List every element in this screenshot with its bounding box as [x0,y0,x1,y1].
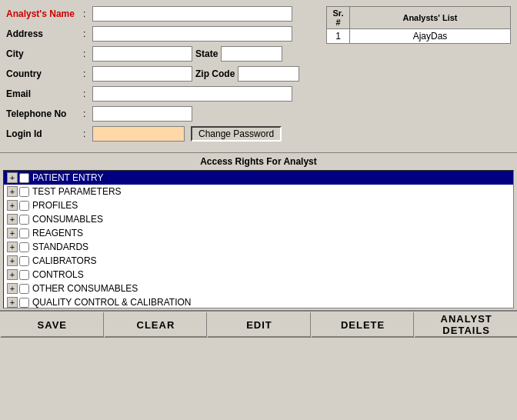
analyst-name-colon: : [83,8,92,19]
city-input[interactable] [92,46,192,62]
tree-item-label-quality-control: QUALITY CONTROL & CALIBRATION [32,297,191,308]
state-label: State [195,48,218,59]
expand-icon-controls[interactable]: + [7,269,18,280]
analyst-row[interactable]: 1AjayDas [327,29,511,44]
email-colon: : [83,88,92,99]
form-area: Analyst's Name : Address : City : State … [6,6,320,146]
city-colon: : [83,48,92,59]
telephone-label: Telephone No [6,108,83,119]
tree-item-consumables[interactable]: +CONSUMABLES [4,212,513,226]
analyst-name-input[interactable] [92,6,292,22]
top-section: Analyst's Name : Address : City : State … [0,0,517,152]
tree-item-label-controls: CONTROLS [32,269,84,280]
access-rights-bar: Access Rights For Analyst [0,152,517,170]
zip-code-label: Zip Code [195,68,235,79]
toolbar: SAVE CLEAR EDIT DELETE ANALYST DETAILS [0,310,517,338]
tree-item-controls[interactable]: +CONTROLS [4,268,513,282]
expand-icon-reagents[interactable]: + [7,228,18,238]
save-button[interactable]: SAVE [0,312,104,338]
expand-icon-quality-control[interactable]: + [7,297,18,308]
city-state-row: City : State [6,46,320,62]
col-name-header: Analysts' List [350,7,511,29]
tree-item-label-consumables: CONSUMABLES [32,214,103,225]
expand-icon-test-parameters[interactable]: + [7,186,18,197]
zip-code-input[interactable] [238,66,299,82]
tree-item-label-other-consumables: OTHER CONSUMABLES [32,283,138,294]
checkbox-reagents[interactable] [19,228,29,238]
analyst-name-label: Analyst's Name [6,8,83,19]
country-input[interactable] [92,66,192,82]
expand-icon-profiles[interactable]: + [7,200,18,211]
checkbox-other-consumables[interactable] [19,284,29,294]
tree-item-reagents[interactable]: +REAGENTS [4,226,513,240]
col-sr-header: Sr. # [327,7,350,29]
edit-button[interactable]: EDIT [207,312,311,338]
expand-icon-patient-entry[interactable]: + [7,172,18,183]
analysts-panel: Sr. # Analysts' List 1AjayDas [326,6,511,146]
country-zip-row: Country : Zip Code [6,66,320,82]
email-label: Email [6,88,83,99]
tree-item-label-standards: STANDARDS [32,242,88,252]
checkbox-quality-control[interactable] [19,298,29,308]
email-input[interactable] [92,86,292,102]
telephone-colon: : [83,108,92,119]
checkbox-patient-entry[interactable] [19,173,29,183]
tree-item-quality-control[interactable]: +QUALITY CONTROL & CALIBRATION [4,295,513,308]
clear-button[interactable]: CLEAR [104,312,208,338]
tree-item-label-reagents: REAGENTS [32,228,83,238]
tree-item-label-test-parameters: TEST PARAMETERS [32,186,122,197]
login-colon: : [83,128,92,139]
checkbox-consumables[interactable] [19,215,29,225]
address-row: Address : [6,26,320,42]
expand-icon-other-consumables[interactable]: + [7,283,18,294]
checkbox-profiles[interactable] [19,201,29,211]
analyst-sr: 1 [327,29,350,44]
expand-icon-calibrators[interactable]: + [7,255,18,266]
address-colon: : [83,28,92,39]
state-input[interactable] [221,46,282,62]
country-label: Country [6,68,83,79]
telephone-row: Telephone No : [6,106,320,122]
tree-item-label-patient-entry: PATIENT ENTRY [32,172,103,183]
tree-item-label-calibrators: CALIBRATORS [32,255,97,266]
tree-item-profiles[interactable]: +PROFILES [4,198,513,212]
checkbox-standards[interactable] [19,242,29,252]
tree-item-patient-entry[interactable]: +PATIENT ENTRY [4,171,513,185]
checkbox-controls[interactable] [19,270,29,280]
login-id-label: Login Id [6,128,83,139]
main-wrapper: Analyst's Name : Address : City : State … [0,0,517,420]
address-input[interactable] [92,26,292,42]
checkbox-test-parameters[interactable] [19,187,29,197]
checkbox-calibrators[interactable] [19,256,29,266]
expand-icon-standards[interactable]: + [7,242,18,252]
change-password-button[interactable]: Change Password [191,126,282,142]
analyst-name: AjayDas [350,29,511,44]
tree-item-calibrators[interactable]: +CALIBRATORS [4,254,513,268]
telephone-input[interactable] [92,106,192,122]
analysts-table: Sr. # Analysts' List 1AjayDas [326,6,511,44]
city-label: City [6,48,83,59]
tree-item-standards[interactable]: +STANDARDS [4,240,513,254]
login-id-input[interactable] [92,126,185,142]
email-row: Email : [6,86,320,102]
tree-item-other-consumables[interactable]: +OTHER CONSUMABLES [4,282,513,295]
tree-area[interactable]: +PATIENT ENTRY+TEST PARAMETERS+PROFILES+… [3,170,514,308]
address-label: Address [6,28,83,39]
tree-item-label-profiles: PROFILES [32,200,78,211]
analyst-details-button[interactable]: ANALYST DETAILS [414,312,517,338]
expand-icon-consumables[interactable]: + [7,214,18,225]
country-colon: : [83,68,92,79]
delete-button[interactable]: DELETE [311,312,415,338]
login-row: Login Id : Change Password [6,126,320,142]
tree-item-test-parameters[interactable]: +TEST PARAMETERS [4,185,513,198]
analyst-name-row: Analyst's Name : [6,6,320,22]
